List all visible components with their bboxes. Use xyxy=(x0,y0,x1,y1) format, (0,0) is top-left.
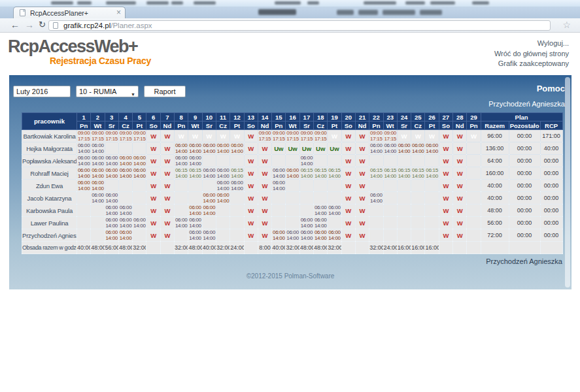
shift-cell[interactable]: 06:0014:00 xyxy=(118,204,132,217)
empty-schedule-cell[interactable] xyxy=(397,155,411,167)
shift-cell[interactable]: 06:0014:00 xyxy=(91,142,105,155)
empty-schedule-cell[interactable] xyxy=(467,155,481,167)
shift-cell[interactable]: 06:1514:00 xyxy=(397,167,411,180)
empty-schedule-cell[interactable] xyxy=(286,180,299,192)
free-day-cell[interactable]: W xyxy=(453,142,467,155)
shift-cell[interactable]: 06:0014:00 xyxy=(286,167,299,180)
empty-schedule-cell[interactable] xyxy=(314,180,328,192)
free-day-cell[interactable]: W xyxy=(160,130,174,142)
shift-cell[interactable]: 06:0014:00 xyxy=(286,229,299,242)
shift-cell[interactable]: 06:1514:00 xyxy=(299,167,313,180)
shift-cell[interactable]: 06:0014:00 xyxy=(91,192,105,204)
shift-cell[interactable]: 09:0017:15 xyxy=(118,130,132,142)
empty-schedule-cell[interactable] xyxy=(369,180,383,192)
schedule-accepted-link[interactable]: Grafik zaakceptowany xyxy=(494,59,569,69)
shift-cell[interactable]: 09:0017:15 xyxy=(314,130,328,142)
free-day-cell[interactable]: W xyxy=(341,229,355,242)
report-button[interactable]: Raport xyxy=(144,86,186,97)
free-day-cell[interactable]: W xyxy=(146,142,160,155)
empty-schedule-cell[interactable] xyxy=(133,142,146,155)
shift-cell[interactable]: 06:0014:00 xyxy=(202,229,216,242)
shift-cell[interactable]: 06:0014:00 xyxy=(216,180,230,192)
empty-schedule-cell[interactable] xyxy=(77,204,91,217)
shift-cell[interactable]: 06:1514:00 xyxy=(175,167,188,180)
free-day-cell[interactable]: W xyxy=(439,130,452,142)
shift-cell[interactable]: 06:0014:00 xyxy=(188,155,202,167)
free-day-cell[interactable]: W xyxy=(146,155,160,167)
empty-schedule-cell[interactable] xyxy=(118,142,132,155)
shift-cell[interactable]: 06:0014:00 xyxy=(328,204,341,217)
empty-schedule-cell[interactable] xyxy=(383,155,397,167)
empty-schedule-cell[interactable] xyxy=(467,142,481,155)
empty-schedule-cell[interactable] xyxy=(328,192,341,204)
free-day-cell[interactable]: W xyxy=(439,192,452,204)
free-day-cell[interactable]: W xyxy=(341,130,355,142)
free-day-cell[interactable]: W xyxy=(160,192,174,204)
shift-cell[interactable]: 06:0014:00 xyxy=(272,229,286,242)
shift-cell[interactable]: 06:0014:00 xyxy=(188,204,202,217)
shift-cell[interactable]: 06:0014:00 xyxy=(188,217,202,229)
free-day-cell[interactable]: W xyxy=(439,167,452,180)
bookmark-star-icon[interactable]: ☆ xyxy=(562,20,571,30)
shift-cell[interactable]: 06:0014:00 xyxy=(314,204,328,217)
empty-schedule-cell[interactable] xyxy=(467,229,481,242)
back-to-main-link[interactable]: Wróć do głównej strony xyxy=(494,49,569,59)
empty-schedule-cell[interactable] xyxy=(230,192,244,204)
empty-schedule-cell[interactable] xyxy=(397,180,411,192)
free-day-cell[interactable]: W xyxy=(258,217,271,229)
shift-cell[interactable]: 06:0014:00 xyxy=(230,142,244,155)
free-day-cell[interactable]: W xyxy=(202,130,216,142)
empty-schedule-cell[interactable] xyxy=(216,155,230,167)
free-day-cell[interactable]: W xyxy=(355,229,369,242)
month-input[interactable] xyxy=(13,86,71,97)
empty-schedule-cell[interactable] xyxy=(77,217,91,229)
shift-cell[interactable]: 06:0014:00 xyxy=(188,142,202,155)
free-day-cell[interactable]: W xyxy=(146,130,160,142)
empty-schedule-cell[interactable] xyxy=(286,155,299,167)
empty-schedule-cell[interactable] xyxy=(216,229,230,242)
shift-cell[interactable]: 06:1514:00 xyxy=(230,167,244,180)
shift-cell[interactable]: 06:1514:00 xyxy=(383,167,397,180)
free-day-cell[interactable]: W xyxy=(258,155,271,167)
shift-cell[interactable]: 06:0014:00 xyxy=(397,142,411,155)
empty-schedule-cell[interactable] xyxy=(467,217,481,229)
shift-cell[interactable]: 06:0014:00 xyxy=(175,217,188,229)
empty-schedule-cell[interactable] xyxy=(328,217,341,229)
free-day-cell[interactable]: W xyxy=(341,192,355,204)
shift-cell[interactable]: 06:0014:00 xyxy=(91,180,105,192)
empty-schedule-cell[interactable] xyxy=(272,204,286,217)
free-day-cell[interactable]: W xyxy=(244,217,258,229)
empty-schedule-cell[interactable] xyxy=(105,142,118,155)
empty-schedule-cell[interactable] xyxy=(314,155,328,167)
empty-schedule-cell[interactable] xyxy=(411,180,425,192)
free-day-cell[interactable]: W xyxy=(467,130,481,142)
shift-cell[interactable]: 06:0014:00 xyxy=(105,204,118,217)
shift-cell[interactable]: 06:0014:00 xyxy=(299,229,313,242)
shift-cell[interactable]: 06:0014:00 xyxy=(202,142,216,155)
shift-cell[interactable]: 06:0014:00 xyxy=(105,167,118,180)
free-day-cell[interactable]: W xyxy=(188,130,202,142)
empty-schedule-cell[interactable] xyxy=(383,204,397,217)
shift-cell[interactable]: 06:0014:00 xyxy=(118,167,132,180)
empty-schedule-cell[interactable] xyxy=(328,180,341,192)
free-day-cell[interactable]: W xyxy=(146,217,160,229)
shift-cell[interactable]: 06:0014:00 xyxy=(91,155,105,167)
empty-schedule-cell[interactable] xyxy=(383,229,397,242)
empty-schedule-cell[interactable] xyxy=(397,229,411,242)
free-day-cell[interactable]: W xyxy=(355,204,369,217)
shift-cell[interactable]: 06:1514:00 xyxy=(425,167,439,180)
shift-cell[interactable]: 06:0014:00 xyxy=(272,180,286,192)
shift-cell[interactable]: 06:1514:00 xyxy=(188,167,202,180)
empty-schedule-cell[interactable] xyxy=(425,192,439,204)
empty-schedule-cell[interactable] xyxy=(230,229,244,242)
free-day-cell[interactable]: W xyxy=(341,204,355,217)
empty-schedule-cell[interactable] xyxy=(118,180,132,192)
empty-schedule-cell[interactable] xyxy=(91,229,105,242)
shift-cell[interactable]: 09:0017:15 xyxy=(258,130,271,142)
empty-schedule-cell[interactable] xyxy=(369,155,383,167)
forward-icon[interactable]: → xyxy=(25,20,34,30)
empty-schedule-cell[interactable] xyxy=(272,155,286,167)
empty-schedule-cell[interactable] xyxy=(286,192,299,204)
shift-cell[interactable]: 09:0017:15 xyxy=(77,130,91,142)
empty-schedule-cell[interactable] xyxy=(188,180,202,192)
